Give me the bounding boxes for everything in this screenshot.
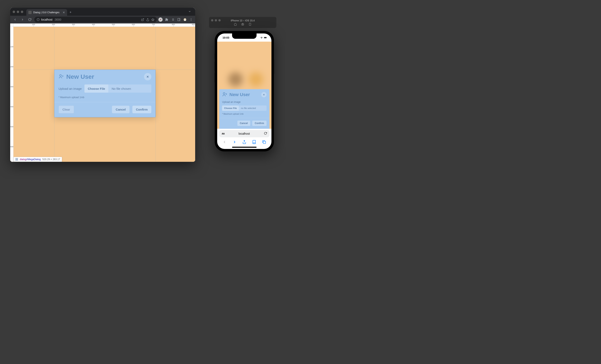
safari-page-content: New User Upload an image Choose File no … [217, 42, 271, 129]
ruler-tick: 100 [10, 46, 13, 48]
dialog-body: Upload an image Choose File No file chos… [54, 83, 155, 100]
tabs-dropdown-button[interactable] [187, 9, 193, 14]
svg-rect-26 [16, 158, 17, 159]
svg-rect-27 [17, 158, 18, 159]
safari-url-bar[interactable]: AA localhost [219, 130, 269, 137]
url-bar[interactable]: localhost:3000 [34, 17, 157, 22]
svg-point-18 [191, 18, 191, 19]
sidepanel-icon[interactable] [177, 18, 181, 22]
url-host: localhost [41, 18, 52, 21]
profile-avatar-icon[interactable] [183, 18, 187, 22]
grid-icon [15, 158, 18, 161]
file-input[interactable]: Choose File No file chosen [84, 84, 151, 93]
window-minimize-dot[interactable] [17, 10, 19, 13]
safari-share-button[interactable] [242, 140, 246, 144]
browser-viewport: 100 200 300 400 500 600 700 800 900 100 … [10, 23, 195, 162]
iphone-mute-switch[interactable] [214, 53, 215, 59]
safari-tabs-button[interactable] [262, 140, 266, 144]
simulator-screenshot-icon[interactable] [241, 23, 244, 26]
wifi-icon [260, 37, 263, 39]
dialog-title: New User [66, 73, 141, 80]
cancel-button[interactable]: Cancel [112, 106, 129, 113]
add-user-icon [222, 92, 227, 98]
safari-bottom-toolbar [217, 138, 271, 146]
open-external-icon[interactable] [141, 18, 144, 21]
mobile-file-chosen-label: no file selected [239, 105, 258, 111]
file-chosen-label: No file chosen [108, 84, 134, 93]
mobile-dialog-body: Upload an image Choose File no file sele… [219, 99, 269, 116]
dialog-header: New User [54, 70, 155, 83]
safari-forward-button[interactable] [232, 140, 237, 144]
mobile-dialog-footer: Cancel Confirm [219, 118, 269, 128]
svg-point-21 [60, 74, 61, 76]
mobile-confirm-button[interactable]: Confirm [252, 121, 267, 126]
nav-reload-button[interactable] [27, 17, 33, 22]
safari-reload-button[interactable] [264, 132, 267, 135]
iphone-volume-up[interactable] [214, 62, 215, 71]
svg-marker-7 [160, 19, 161, 20]
svg-point-20 [191, 20, 191, 21]
extension-compass-icon[interactable] [159, 18, 162, 22]
simulator-titlebar: iPhone 13 – iOS 15.4 [209, 17, 276, 28]
mobile-file-input[interactable]: Choose File no file selected [222, 105, 267, 111]
window-maximize-dot[interactable] [21, 10, 23, 13]
ruler-tick: 700 [152, 23, 155, 26]
svg-point-19 [191, 19, 191, 20]
safari-reader-button[interactable]: AA [222, 132, 225, 135]
confirm-button[interactable]: Confirm [132, 106, 151, 113]
svg-marker-5 [151, 18, 154, 21]
tab-close-icon[interactable]: ✕ [63, 11, 65, 14]
window-close-dot[interactable] [211, 19, 213, 21]
extension-icons [159, 18, 193, 22]
svg-point-17 [185, 19, 186, 20]
upload-label: Upload an image [59, 87, 81, 90]
battery-icon [264, 37, 267, 39]
svg-rect-32 [249, 23, 251, 26]
simulator-toolbar [234, 23, 251, 26]
reading-list-icon[interactable] [171, 18, 175, 22]
window-close-dot[interactable] [13, 10, 15, 13]
iphone-volume-down[interactable] [214, 73, 215, 82]
window-maximize-dot[interactable] [218, 19, 221, 21]
tab-favicon-icon [28, 11, 32, 14]
browser-toolbar: localhost:3000 [10, 16, 195, 23]
simulator-home-icon[interactable] [234, 23, 237, 26]
window-traffic-lights[interactable] [13, 10, 26, 13]
ruler-tick: 300 [72, 23, 75, 26]
star-icon[interactable] [151, 18, 154, 21]
ruler-tick: 600 [10, 146, 13, 148]
element-selector: dialog#MegaDialog [20, 158, 41, 161]
svg-point-31 [242, 24, 243, 25]
svg-rect-43 [263, 141, 266, 144]
safari-back-button[interactable] [222, 140, 227, 144]
mobile-choose-file-button[interactable]: Choose File [222, 105, 239, 111]
browser-tab[interactable]: Dialog | GUI Challenges ✕ [26, 9, 67, 16]
choose-file-button[interactable]: Choose File [84, 84, 108, 93]
simulator-traffic-lights[interactable] [211, 19, 221, 21]
dialog-close-button[interactable] [144, 73, 151, 81]
browser-menu-icon[interactable] [189, 18, 193, 22]
new-tab-button[interactable]: + [67, 10, 74, 14]
ruler-corner [10, 23, 13, 27]
share-icon[interactable] [146, 18, 149, 21]
nav-back-button[interactable] [12, 17, 18, 22]
browser-tab-strip: Dialog | GUI Challenges ✕ + [10, 8, 195, 16]
nav-forward-button[interactable] [20, 17, 25, 22]
ruler-horizontal: 100 200 300 400 500 600 700 800 900 [13, 23, 195, 27]
mobile-dialog-close-button[interactable] [261, 92, 267, 97]
svg-rect-35 [264, 37, 266, 38]
ruler-tick: 200 [10, 66, 13, 68]
clear-button[interactable]: Clear [59, 105, 74, 113]
home-indicator[interactable] [232, 147, 257, 148]
devtools-element-badge[interactable]: dialog#MegaDialog 520.29 × 263.17 [13, 157, 62, 162]
simulator-rotate-icon[interactable] [249, 23, 251, 26]
extensions-puzzle-icon[interactable] [165, 18, 169, 22]
iphone-power-button[interactable] [274, 60, 274, 74]
mobile-dialog-header: New User [219, 89, 269, 99]
ruler-tick: 800 [172, 23, 175, 26]
window-minimize-dot[interactable] [215, 19, 217, 21]
mobile-cancel-button[interactable]: Cancel [237, 121, 250, 126]
devtools-guide-line [156, 27, 156, 162]
safari-bookmarks-button[interactable] [252, 140, 256, 144]
ruler-tick: 400 [92, 23, 95, 26]
